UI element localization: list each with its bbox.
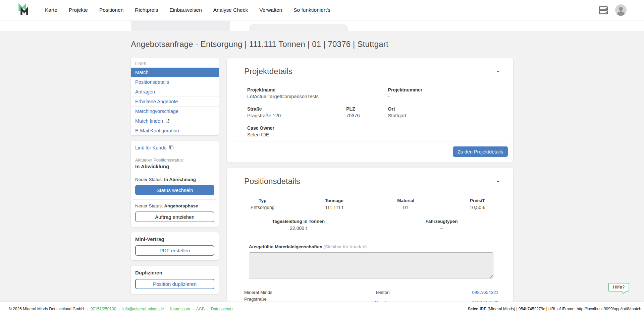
footer-impressum-link[interactable]: Impressum (170, 307, 190, 311)
contact-block: Mineral Minds Pragstraße 70376 Stuttgart… (244, 289, 498, 302)
customer-link-label: Link für Kunde (135, 145, 167, 150)
field-label: Tagesleistung in Tonnen (227, 219, 370, 224)
contact-street: Pragstraße (244, 296, 375, 302)
footer-left: © 2026 Mineral Minds Deutschland GmbH · … (9, 307, 233, 311)
field-label: Case Owner (247, 125, 346, 131)
nav-item-einbauweisen[interactable]: Einbauweisen (169, 7, 202, 13)
footer: © 2026 Mineral Minds Deutschland GmbH · … (0, 302, 644, 316)
sidebar-item-erhaltene-angebote[interactable]: Erhaltene Angebote (131, 97, 219, 106)
divider (133, 173, 216, 173)
footer-phone-link[interactable]: 07151/250100 (91, 307, 116, 311)
field-label: Straße (247, 106, 346, 112)
nav-item-projekte[interactable]: Projekte (69, 7, 88, 13)
field-value: 111.111 t (299, 205, 370, 210)
material-props-hint: (Sichtbar für Kunden) (324, 244, 367, 249)
footer-separator: · (119, 307, 120, 311)
new-status-line: Neuer Status: Angebotsphase (135, 203, 214, 208)
nav-item-so-funktionierts[interactable]: So funktioniert's (293, 7, 330, 13)
nav-item-richtpreis[interactable]: Richtpreis (135, 7, 158, 13)
main-column: Projektdetails - Projektname LotActualTa… (227, 58, 513, 302)
mini-contract-card: Mini-Vertrag PDF erstellen (131, 232, 219, 260)
sidebar-item-label: Anfragen (135, 89, 155, 94)
status-card: Link für Kunde Aktueller Positionsstatus… (131, 141, 219, 227)
help-button[interactable]: Hilfe? (608, 283, 629, 292)
footer-separator: · (207, 307, 208, 311)
project-details-title: Projektdetails (244, 67, 292, 76)
sidebar-item-email-konfiguration[interactable]: E-Mail Konfiguration (131, 126, 219, 135)
material-properties-textarea[interactable] (249, 252, 493, 278)
current-status-value: In Abwicklung (135, 164, 214, 169)
project-row: Straße Pragstraße 120 PLZ 70376 Ort Stut… (233, 103, 508, 122)
footer-separator: · (166, 307, 168, 311)
go-to-project-details-button[interactable]: Zu den Projektdetails (453, 146, 508, 157)
footer-email-link[interactable]: info@mineral-minds.de (122, 307, 164, 311)
change-status-button[interactable]: Status wechseln (135, 185, 214, 195)
divider (133, 154, 216, 154)
collapse-button[interactable]: - (496, 67, 500, 76)
field-value: Entsorgung (227, 205, 299, 210)
new-status-label: Neuer Status: (135, 203, 163, 208)
new-status-value: In Abrechnung (164, 177, 196, 182)
customer-link[interactable]: Link für Kunde (135, 144, 214, 154)
mineral-minds-logo-icon[interactable] (17, 2, 32, 18)
sidebar-item-label: Erhaltene Angebote (135, 99, 178, 104)
page-content: Angebotsanfrage - Entsorgung | 111.111 T… (0, 31, 644, 302)
new-status-label: Neuer Status: (135, 177, 163, 182)
duplicate-position-button[interactable]: Position duplizieren (135, 279, 214, 289)
sidebar-item-matchingvorschlaege[interactable]: Matchingvorschläge (131, 106, 219, 116)
position-details-title: Positionsdetails (244, 177, 300, 186)
position-field: Typ Entsorgung (227, 198, 299, 210)
footer-session-info: Selen IDE (Mineral Minds) | 954b7452279c… (468, 307, 641, 311)
duplicate-card: Duplizieren Position duplizieren (131, 266, 219, 294)
sidebar-item-label: E-Mail Konfiguration (135, 128, 179, 133)
divider (233, 286, 508, 286)
sidebar-item-positionsdetails[interactable]: Positionsdetails (131, 77, 219, 87)
footer-datenschutz-link[interactable]: Datenschutz (211, 307, 233, 311)
contact-company: Mineral Minds (244, 289, 375, 296)
sidebar-item-match-finden[interactable]: Match finden (131, 116, 219, 126)
collapse-button[interactable]: - (496, 177, 500, 186)
sidebar-item-label: Matchingvorschläge (135, 109, 178, 114)
user-avatar-icon[interactable] (615, 4, 627, 16)
field-value: 70376 (346, 113, 388, 118)
sidebar: LINKS Match Positionsdetails Anfragen Er… (131, 58, 219, 302)
phone-link[interactable]: 0987/654321 (472, 290, 498, 295)
position-details-card: Positionsdetails - Typ Entsorgung Tonnag… (227, 168, 513, 302)
field-label: Typ (227, 198, 299, 203)
new-status-line: Neuer Status: In Abrechnung (135, 177, 214, 182)
copy-icon[interactable] (169, 145, 174, 150)
field-value: - (388, 94, 508, 99)
sidebar-item-anfragen[interactable]: Anfragen (131, 87, 219, 97)
nav-item-verwalten[interactable]: Verwalten (259, 7, 282, 13)
sidebar-item-label: Match (135, 70, 149, 75)
nav-item-karte[interactable]: Karte (45, 7, 57, 13)
sidebar-item-label: Positionsdetails (135, 79, 169, 85)
footer-copyright: © 2026 Mineral Minds Deutschland GmbH (9, 307, 84, 311)
material-properties-label: Ausgefüllte Materialeigenschaften (Sicht… (249, 244, 513, 249)
field-label: Projektnummer (388, 87, 508, 92)
scrolled-content-strip (0, 20, 644, 31)
position-field: Material 01 (370, 198, 442, 210)
nav-item-positionen[interactable]: Positionen (99, 7, 123, 13)
external-link-icon (165, 119, 170, 123)
field-label: Ort (388, 106, 508, 112)
new-status-value: Angebotsphase (164, 203, 198, 208)
project-row: Case Owner Selen IDE (233, 122, 508, 141)
footer-separator: · (87, 307, 88, 311)
links-card: LINKS Match Positionsdetails Anfragen Er… (131, 58, 219, 135)
revoke-order-button[interactable]: Auftrag entziehen (135, 211, 214, 222)
scrolled-content-placeholder (249, 24, 348, 31)
field-label: Fahrzeugtypen (370, 219, 513, 224)
field-value: 01 (370, 205, 442, 210)
position-field: Tonnage 111.111 t (299, 198, 370, 210)
field-value: Pragstraße 120 (247, 113, 346, 118)
footer-agb-link[interactable]: AGB (196, 307, 205, 311)
duplicate-title: Duplizieren (135, 270, 214, 275)
server-icon[interactable] (598, 6, 608, 15)
create-pdf-button[interactable]: PDF erstellen (135, 245, 214, 256)
footer-separator: · (193, 307, 194, 311)
project-row: Projektname LotActualTargetComparisonTes… (233, 84, 508, 103)
nav-item-analyse-check[interactable]: Analyse Check (213, 7, 248, 13)
sidebar-item-match[interactable]: Match (131, 67, 219, 77)
phone-label: Telefon (375, 289, 472, 299)
